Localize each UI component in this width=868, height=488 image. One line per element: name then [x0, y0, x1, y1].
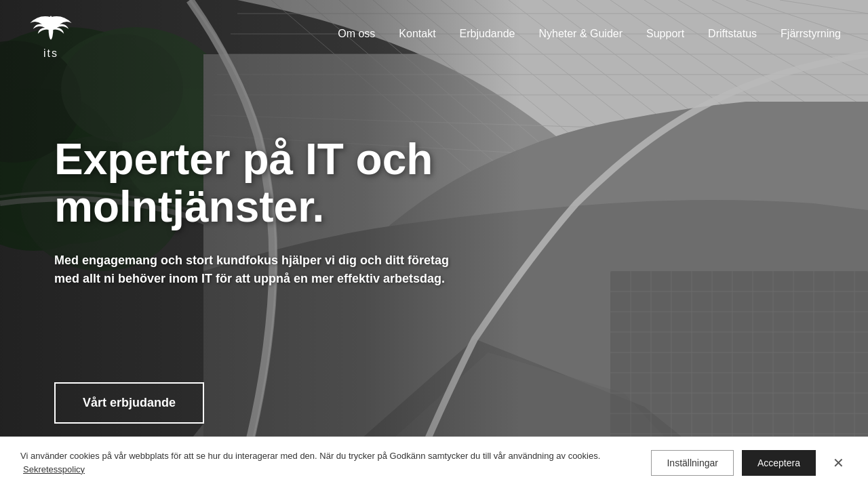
cookie-accept-button[interactable]: Acceptera [742, 450, 816, 476]
nav-item-fjarrstyrning[interactable]: Fjärrstyrning [781, 28, 841, 40]
nav-item-kontakt[interactable]: Kontakt [399, 28, 435, 40]
cta-button[interactable]: Vårt erbjudande [54, 382, 204, 424]
nav-item-erbjudande[interactable]: Erbjudande [460, 28, 515, 40]
hero-section: its Om oss Kontakt Erbjudande Nyheter & … [0, 0, 868, 488]
nav-item-driftstatus[interactable]: Driftstatus [708, 28, 757, 40]
nav-link-driftstatus[interactable]: Driftstatus [708, 28, 757, 39]
logo-text: its [43, 47, 58, 60]
logo-icon [27, 9, 75, 46]
cookie-close-button[interactable]: ✕ [829, 451, 848, 474]
cookie-buttons: Inställningar Acceptera ✕ [651, 450, 848, 476]
cookie-settings-button[interactable]: Inställningar [651, 450, 734, 476]
svg-point-55 [49, 16, 54, 39]
cookie-banner: Vi använder cookies på vår webbplats för… [0, 436, 868, 488]
cookie-policy-link[interactable]: Sekretesspolicy [23, 464, 85, 474]
logo[interactable]: its [27, 9, 75, 60]
cookie-text: Vi använder cookies på vår webbplats för… [20, 449, 631, 476]
nav-link-kontakt[interactable]: Kontakt [399, 28, 435, 39]
nav-item-nyheter[interactable]: Nyheter & Guider [538, 28, 623, 40]
nav-link-erbjudande[interactable]: Erbjudande [460, 28, 515, 39]
hero-subtitle: Med engagemang och stort kundfokus hjälp… [54, 251, 475, 288]
close-icon: ✕ [833, 455, 844, 470]
nav-link-support[interactable]: Support [646, 28, 684, 39]
nav-links: Om oss Kontakt Erbjudande Nyheter & Guid… [338, 28, 841, 40]
hero-title: Experter på IT och molntjänster. [54, 136, 529, 231]
nav-item-support[interactable]: Support [646, 28, 684, 40]
navbar: its Om oss Kontakt Erbjudande Nyheter & … [0, 0, 868, 68]
hero-content: Experter på IT och molntjänster. Med eng… [54, 136, 529, 288]
nav-item-om-oss[interactable]: Om oss [338, 28, 375, 40]
nav-link-nyheter[interactable]: Nyheter & Guider [538, 28, 623, 39]
nav-link-fjarrstyrning[interactable]: Fjärrstyrning [781, 28, 841, 39]
nav-link-om-oss[interactable]: Om oss [338, 28, 375, 39]
